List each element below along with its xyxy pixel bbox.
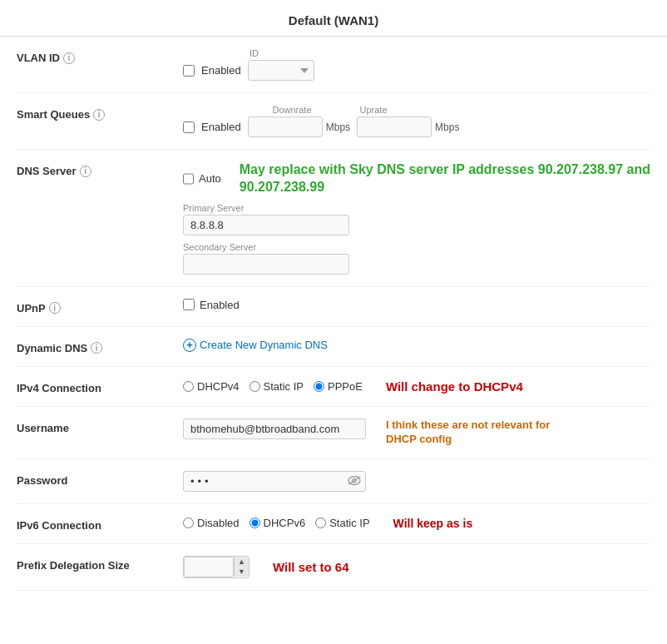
- ipv4-connection-control: DHCPv4 Static IP PPPoE Will change to DH…: [183, 379, 650, 395]
- upnp-enabled-label: Enabled: [200, 299, 240, 311]
- password-input[interactable]: [183, 471, 366, 492]
- ipv4-staticip-radio[interactable]: [250, 381, 260, 392]
- create-dns-text: Create New Dynamic DNS: [200, 339, 328, 351]
- smart-queues-info-icon[interactable]: i: [93, 109, 105, 121]
- downrate-mbps: Mbps: [326, 121, 350, 133]
- primary-server-input[interactable]: [183, 215, 349, 235]
- ipv4-connection-row: IPv4 Connection DHCPv4 Static IP PPPoE W…: [17, 367, 650, 408]
- prefix-delegation-label: Prefix Delegation Size: [17, 556, 183, 572]
- upnp-row: UPnP i Enabled: [17, 287, 650, 327]
- upnp-control: Enabled: [183, 299, 650, 311]
- downrate-input[interactable]: [248, 116, 323, 137]
- vlan-enabled-label: Enabled: [201, 64, 241, 77]
- dns-annotation: May replace with Sky DNS server IP addre…: [240, 161, 650, 196]
- ipv6-disabled-radio[interactable]: [183, 518, 194, 528]
- username-label: Username: [17, 419, 183, 434]
- create-dns-link[interactable]: + Create New Dynamic DNS: [183, 339, 650, 352]
- uprate-input[interactable]: [357, 116, 432, 137]
- ipv6-dhcpv6-option[interactable]: DHCPv6: [250, 517, 306, 529]
- spinner-down-btn[interactable]: ▼: [234, 567, 249, 577]
- ipv4-staticip-option[interactable]: Static IP: [250, 380, 304, 393]
- dynamic-dns-info-icon[interactable]: i: [91, 342, 102, 354]
- vlan-id-row: VLAN ID i ID Enabled: [17, 37, 650, 93]
- ipv4-dhcpv4-radio[interactable]: [183, 381, 194, 392]
- smart-queues-row: Smart Queues i Downrate Uprate Enabled M…: [17, 93, 650, 150]
- username-control: I think these are not relevant for DHCP …: [183, 419, 650, 447]
- ipv6-staticip-radio[interactable]: [315, 518, 326, 528]
- ipv4-connection-label: IPv4 Connection: [17, 379, 183, 394]
- vlan-id-sublabel: ID: [250, 48, 650, 58]
- ipv6-staticip-option[interactable]: Static IP: [315, 517, 369, 529]
- upnp-info-icon[interactable]: i: [49, 302, 61, 314]
- dynamic-dns-row: Dynamic DNS i + Create New Dynamic DNS: [17, 327, 650, 367]
- dns-auto-label: Auto: [199, 172, 221, 185]
- username-input[interactable]: [183, 419, 366, 439]
- smart-queues-label: Smart Queues i: [17, 105, 183, 121]
- dynamic-dns-label: Dynamic DNS i: [17, 339, 183, 354]
- secondary-server-label: Secondary Server: [183, 242, 650, 252]
- prefix-delegation-annotation: Will set to 64: [273, 559, 349, 576]
- primary-server-label: Primary Server: [183, 203, 650, 213]
- vlan-id-control: ID Enabled: [183, 48, 650, 81]
- ipv4-annotation: Will change to DHCPv4: [386, 379, 523, 395]
- password-row: Password: [17, 459, 650, 504]
- ipv4-dhcpv4-option[interactable]: DHCPv4: [183, 380, 240, 393]
- vlan-id-label: VLAN ID i: [17, 48, 183, 64]
- ipv4-pppoe-option[interactable]: PPPoE: [314, 380, 363, 393]
- ipv6-dhcpv6-radio[interactable]: [250, 518, 260, 528]
- smart-queues-control: Downrate Uprate Enabled Mbps Mbps: [183, 105, 650, 137]
- dns-server-control: Auto May replace with Sky DNS server IP …: [183, 161, 650, 275]
- ipv6-annotation: Will keep as is: [393, 516, 473, 531]
- uprate-mbps: Mbps: [435, 121, 459, 133]
- upnp-label: UPnP i: [17, 299, 183, 315]
- password-input-wrap: [183, 471, 366, 492]
- ipv6-connection-control: Disabled DHCPv6 Static IP Will keep as i…: [183, 516, 650, 531]
- spinner-arrows: ▲ ▼: [234, 557, 249, 577]
- upnp-enabled-checkbox[interactable]: [183, 299, 195, 310]
- dynamic-dns-control: + Create New Dynamic DNS: [183, 339, 650, 352]
- dns-auto-checkbox[interactable]: [183, 173, 194, 185]
- dns-server-row: DNS Server i Auto May replace with Sky D…: [17, 150, 650, 287]
- vlan-info-icon[interactable]: i: [63, 52, 75, 64]
- password-control: [183, 471, 650, 492]
- prefix-delegation-control: ▲ ▼ Will set to 64: [183, 556, 650, 578]
- spinner-up-btn[interactable]: ▲: [234, 557, 249, 567]
- secondary-server-input[interactable]: [183, 254, 349, 275]
- eye-icon[interactable]: [348, 474, 361, 488]
- dns-server-label: DNS Server i: [17, 161, 183, 177]
- prefix-delegation-input[interactable]: [184, 557, 234, 577]
- prefix-delegation-row: Prefix Delegation Size ▲ ▼ Will set to 6…: [17, 544, 650, 591]
- smart-queues-enabled-label: Enabled: [201, 121, 241, 133]
- uprate-label: Uprate: [336, 105, 411, 115]
- downrate-label: Downrate: [254, 105, 329, 115]
- password-label: Password: [17, 471, 183, 487]
- secondary-server-wrap: Secondary Server: [183, 242, 650, 275]
- ipv6-disabled-option[interactable]: Disabled: [183, 517, 240, 529]
- ipv6-connection-row: IPv6 Connection Disabled DHCPv6 Static I…: [17, 504, 650, 544]
- primary-server-wrap: Primary Server: [183, 203, 650, 235]
- ipv6-connection-label: IPv6 Connection: [17, 516, 183, 532]
- prefix-delegation-spinner[interactable]: ▲ ▼: [183, 556, 250, 578]
- ipv4-pppoe-radio[interactable]: [314, 381, 324, 392]
- page-title: Default (WAN1): [0, 0, 667, 37]
- circle-plus-icon: +: [183, 339, 196, 352]
- dns-info-icon[interactable]: i: [80, 166, 91, 177]
- smart-queues-enabled-checkbox[interactable]: [183, 121, 195, 133]
- username-row: Username I think these are not relevant …: [17, 407, 650, 459]
- vlan-enabled-checkbox[interactable]: [183, 65, 195, 77]
- username-annotation: I think these are not relevant for DHCP …: [386, 419, 569, 447]
- vlan-id-select[interactable]: [248, 60, 314, 81]
